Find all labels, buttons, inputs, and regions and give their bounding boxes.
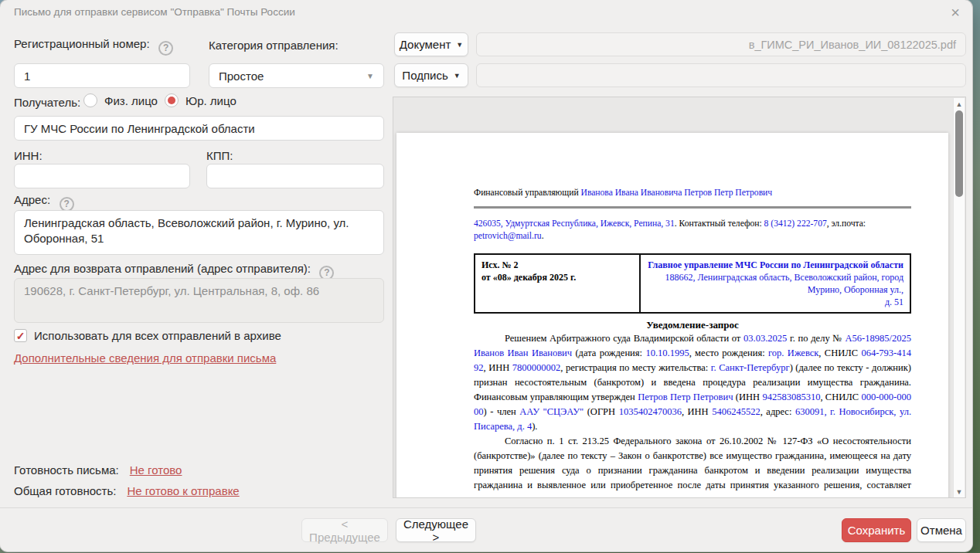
reg-number-help-icon[interactable]: ?	[158, 41, 173, 56]
scroll-up-icon[interactable]: ▲	[954, 100, 965, 108]
document-header-table: Исх. № 2 от «08» декабря 2025 г. Главное…	[474, 253, 911, 314]
kpp-input[interactable]	[206, 164, 384, 188]
document-paragraphs: Решением Арбитражного суда Владимирской …	[474, 331, 911, 498]
address-help-icon[interactable]: ?	[60, 197, 74, 212]
category-value: Простое	[219, 70, 264, 83]
document-contact-line: 426035, Удмуртская Республика, Ижевск, Р…	[474, 218, 911, 243]
document-page: Финансовый управляющий Иванова Ивана Ива…	[396, 133, 948, 498]
document-addressee-title: Главное управление МЧС России по Ленингр…	[647, 259, 903, 271]
scrollbar-thumb[interactable]	[955, 110, 963, 197]
checkbox-label: Использовать для всех отправлений в архи…	[34, 329, 281, 342]
dialog-title: Письмо для отправки сервисом "Отправка" …	[14, 6, 295, 18]
chevron-down-icon: ▼	[454, 72, 461, 80]
document-ref-number: Исх. № 2	[481, 259, 633, 271]
cancel-button[interactable]: Отмена	[917, 518, 966, 542]
signature-button-label: Подпись	[402, 69, 447, 82]
recipient-name-input[interactable]	[14, 116, 384, 141]
title-bar: Письмо для отправки сервисом "Отправка" …	[0, 0, 972, 25]
letter-readiness-label: Готовность письма:	[14, 463, 119, 477]
radio-label: Физ. лицо	[104, 94, 158, 107]
chevron-down-icon: ▼	[456, 41, 463, 49]
reg-number-input[interactable]	[14, 63, 190, 88]
recipient-radio-legal[interactable]: Юр. лицо	[165, 93, 236, 107]
document-file-field[interactable]: в_ГИМС_РИ_Иванов_ИИ_08122025.pdf	[476, 32, 966, 56]
radio-dot-icon	[83, 93, 97, 107]
return-address-label: Адрес для возврата отправлений (адрес от…	[14, 262, 311, 275]
category-label: Категория отправления:	[209, 39, 339, 52]
document-paragraph: Согласно п. 1 ст. 213.25 Федерального за…	[474, 434, 911, 498]
overall-readiness-label: Общая готовность:	[14, 484, 116, 497]
inn-label: ИНН:	[14, 149, 43, 162]
document-addressee-address2: д. 51	[647, 296, 903, 308]
address-label: Адрес:	[14, 193, 50, 206]
save-button[interactable]: Сохранить	[842, 518, 911, 542]
scroll-down-icon[interactable]: ▼	[954, 488, 965, 496]
archive-checkbox[interactable]: ✓ Использовать для всех отправлений в ар…	[14, 329, 281, 342]
footer-bar: < Предыдущее Следующее > Сохранить Отмен…	[0, 507, 972, 551]
letter-readiness-link[interactable]: Не готово	[130, 463, 182, 477]
return-address-textarea: 190628, г. Санкт-Петербург, ул. Централь…	[14, 278, 384, 323]
recipient-label: Получатель:	[14, 96, 80, 109]
document-addressee-cell: Главное управление МЧС России по Ленингр…	[640, 254, 910, 313]
chevron-down-icon: ▼	[366, 72, 374, 80]
signature-file-field[interactable]	[476, 63, 966, 87]
preview-scrollbar[interactable]: ▲ ▼	[953, 98, 965, 498]
kpp-label: КПП:	[206, 149, 233, 162]
document-heading: Уведомление-запрос	[474, 319, 911, 331]
checkbox-check-icon: ✓	[14, 329, 27, 342]
document-ref-date: от «08» декабря 2025 г.	[481, 271, 633, 283]
radio-dot-icon	[165, 93, 179, 107]
document-paragraph: Решением Арбитражного суда Владимирской …	[474, 331, 911, 434]
document-dropdown-button[interactable]: Документ ▼	[394, 32, 468, 56]
document-manager-line: Финансовый управляющий Иванова Ивана Ива…	[474, 187, 911, 199]
overall-readiness-link[interactable]: Не готово к отправке	[127, 484, 239, 497]
signature-dropdown-button[interactable]: Подпись ▼	[394, 63, 468, 87]
previous-button[interactable]: < Предыдущее	[301, 518, 388, 542]
inn-input[interactable]	[14, 164, 190, 188]
document-button-label: Документ	[400, 38, 451, 51]
mail-dialog: Письмо для отправки сервисом "Отправка" …	[0, 0, 972, 551]
recipient-radio-individual[interactable]: Физ. лицо	[83, 93, 158, 107]
radio-label: Юр. лицо	[185, 94, 236, 107]
document-addressee-address: 188662, Ленинградская область, Всеволожс…	[647, 271, 903, 296]
additional-info-link[interactable]: Дополнительные сведения для отправки пис…	[14, 351, 276, 365]
reg-number-label: Регистрационный номер:	[14, 37, 150, 50]
document-ref-cell: Исх. № 2 от «08» декабря 2025 г.	[475, 254, 640, 313]
document-divider	[474, 206, 911, 209]
document-preview-pane: Финансовый управляющий Иванова Ивана Ива…	[393, 97, 966, 498]
address-textarea[interactable]: Ленинградская область, Всеволожский райо…	[14, 210, 384, 255]
close-icon[interactable]: ×	[951, 5, 960, 20]
category-select[interactable]: Простое ▼	[209, 63, 384, 88]
next-button[interactable]: Следующее >	[396, 518, 476, 542]
